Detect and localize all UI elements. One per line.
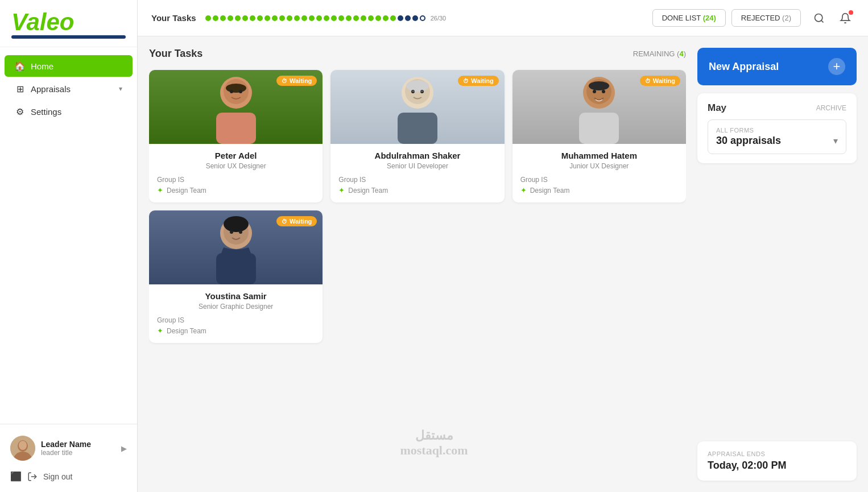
select-arrow-icon: ▾ bbox=[833, 135, 838, 146]
card-team-label-abdulrahman: Design Team bbox=[348, 187, 388, 195]
waiting-label-muhammed: Waiting bbox=[653, 77, 675, 84]
svg-point-26 bbox=[602, 90, 605, 93]
sidebar-item-appraisals-label: Appraisals bbox=[31, 84, 71, 94]
card-body-youstina: Youstina Samir Senior Graphic Designer G… bbox=[149, 284, 323, 343]
chevron-down-icon: ▾ bbox=[119, 85, 122, 93]
waiting-label-peter: Waiting bbox=[290, 77, 312, 84]
card-group-youstina: Group IS bbox=[157, 316, 315, 324]
search-button[interactable] bbox=[810, 9, 828, 27]
card-team-muhammed: ✦ Design Team bbox=[520, 186, 678, 195]
waiting-label-abdulrahman: Waiting bbox=[471, 77, 493, 84]
rejected-label: REJECTED bbox=[741, 14, 780, 22]
card-team-abdulrahman: ✦ Design Team bbox=[338, 186, 496, 195]
card-name-peter: Peter Adel bbox=[157, 151, 315, 160]
sidebar-item-appraisals[interactable]: ⊞ Appraisals ▾ bbox=[5, 78, 133, 100]
sign-out-label: Sign out bbox=[43, 472, 72, 481]
progress-dot bbox=[368, 15, 374, 21]
archive-button[interactable]: ARCHIVE bbox=[816, 104, 846, 112]
team-icon-youstina: ✦ bbox=[157, 326, 163, 335]
done-list-button[interactable]: DONE LIST (24) bbox=[652, 9, 726, 27]
progress-dot bbox=[309, 15, 315, 21]
card-team-label-peter: Design Team bbox=[167, 187, 206, 195]
appraisals-select[interactable]: ALL FORMS 30 appraisals ▾ bbox=[708, 119, 846, 154]
sign-out-button[interactable]: ⬛ Sign out bbox=[8, 466, 129, 486]
rejected-button[interactable]: REJECTED (2) bbox=[731, 9, 801, 27]
svg-rect-20 bbox=[420, 90, 423, 92]
waiting-badge-youstina: Waiting bbox=[276, 216, 317, 226]
signout-icon bbox=[27, 472, 38, 482]
task-card-abdulrahman[interactable]: Waiting Abdulrahman Shaker Senior UI Dev… bbox=[330, 70, 504, 202]
waiting-badge-abdulrahman: Waiting bbox=[458, 76, 498, 86]
progress-dot bbox=[228, 15, 233, 21]
progress-track: 26/30 bbox=[205, 15, 643, 22]
svg-point-31 bbox=[230, 230, 233, 234]
progress-dot-dark bbox=[398, 15, 403, 21]
cards-grid: Waiting Peter Adel Senior UX Designer Gr… bbox=[149, 70, 686, 343]
card-group-muhammed: Group IS bbox=[520, 176, 678, 184]
card-name-abdulrahman: Abdulrahman Shaker bbox=[338, 151, 496, 160]
svg-rect-14 bbox=[398, 113, 437, 144]
appraisals-icon: ⊞ bbox=[15, 84, 25, 94]
progress-dot-dark bbox=[405, 15, 411, 21]
tasks-section: Your Tasks REMAINING (4) bbox=[149, 48, 686, 481]
svg-point-12 bbox=[239, 90, 242, 93]
tasks-section-title: Your Tasks bbox=[149, 48, 202, 60]
notification-badge bbox=[849, 10, 853, 15]
task-card-youstina[interactable]: Waiting Youstina Samir Senior Graphic De… bbox=[149, 210, 323, 343]
rejected-count: (2) bbox=[782, 14, 791, 22]
progress-dot bbox=[264, 15, 270, 21]
progress-dot bbox=[390, 15, 396, 21]
svg-point-10 bbox=[226, 84, 246, 93]
task-card-muhammed[interactable]: Waiting Muhammed Hatem Junior UX Designe… bbox=[512, 70, 686, 202]
svg-point-11 bbox=[230, 90, 233, 93]
new-appraisal-label: New Appraisal bbox=[709, 61, 779, 73]
svg-point-30 bbox=[224, 216, 249, 232]
person-svg-abdulrahman bbox=[389, 70, 446, 144]
team-icon-abdulrahman: ✦ bbox=[338, 186, 345, 195]
card-role-peter: Senior UX Designer bbox=[157, 162, 315, 170]
card-body-muhammed: Muhammed Hatem Junior UX Designer Group … bbox=[512, 144, 686, 202]
settings-icon: ⚙ bbox=[15, 106, 25, 117]
progress-dot bbox=[361, 15, 366, 21]
card-body-peter: Peter Adel Senior UX Designer Group IS ✦… bbox=[149, 144, 323, 202]
card-team-label-youstina: Design Team bbox=[167, 327, 206, 335]
topbar-icons bbox=[810, 9, 854, 27]
svg-rect-22 bbox=[579, 113, 619, 144]
appraisals-select-row: 30 appraisals ▾ bbox=[716, 135, 838, 147]
person-svg-youstina bbox=[208, 210, 264, 284]
content-area: Your Tasks REMAINING (4) bbox=[138, 36, 868, 492]
progress-dot-outline bbox=[420, 15, 425, 21]
progress-dot bbox=[250, 15, 255, 21]
waiting-label-youstina: Waiting bbox=[290, 218, 312, 225]
progress-dot bbox=[235, 15, 241, 21]
svg-line-6 bbox=[821, 20, 824, 22]
progress-dot bbox=[257, 15, 263, 21]
progress-dot bbox=[338, 15, 344, 21]
topbar-buttons: DONE LIST (24) REJECTED (2) bbox=[652, 9, 801, 27]
card-role-abdulrahman: Senior UI Developer bbox=[338, 162, 496, 170]
sidebar-item-settings[interactable]: ⚙ Settings bbox=[5, 101, 133, 122]
sidebar-item-home-label: Home bbox=[31, 61, 53, 71]
all-forms-label: ALL FORMS bbox=[716, 127, 838, 134]
appraisal-ends-value: Today, 02:00 PM bbox=[708, 460, 846, 472]
sidebar-item-home[interactable]: 🏠 Home bbox=[5, 55, 133, 77]
new-appraisal-button[interactable]: New Appraisal + bbox=[697, 48, 857, 85]
person-svg-peter bbox=[208, 70, 264, 144]
user-profile[interactable]: Leader Name leader title ▶ bbox=[8, 432, 129, 464]
appraisals-card-header: May ARCHIVE bbox=[708, 102, 846, 114]
sidebar-item-settings-label: Settings bbox=[31, 107, 61, 117]
svg-rect-8 bbox=[216, 113, 256, 144]
card-team-peter: ✦ Design Team bbox=[157, 186, 315, 195]
appraisals-summary-card: May ARCHIVE ALL FORMS 30 appraisals ▾ bbox=[697, 93, 857, 163]
remaining-label: REMAINING bbox=[633, 49, 675, 58]
progress-dot bbox=[331, 15, 337, 21]
card-name-muhammed: Muhammed Hatem bbox=[520, 151, 678, 160]
avatar-svg bbox=[10, 436, 35, 461]
card-team-label-muhammed: Design Team bbox=[530, 187, 570, 195]
appraisal-ends-card: APPRAISAL ENDS Today, 02:00 PM bbox=[697, 441, 857, 481]
progress-dot bbox=[205, 15, 211, 21]
notifications-button[interactable] bbox=[836, 9, 854, 27]
sidebar: Valeo 🏠 Home ⊞ Appraisals ▾ ⚙ Settings bbox=[0, 0, 138, 492]
logo-underline bbox=[11, 35, 126, 39]
task-card-peter[interactable]: Waiting Peter Adel Senior UX Designer Gr… bbox=[149, 70, 323, 202]
